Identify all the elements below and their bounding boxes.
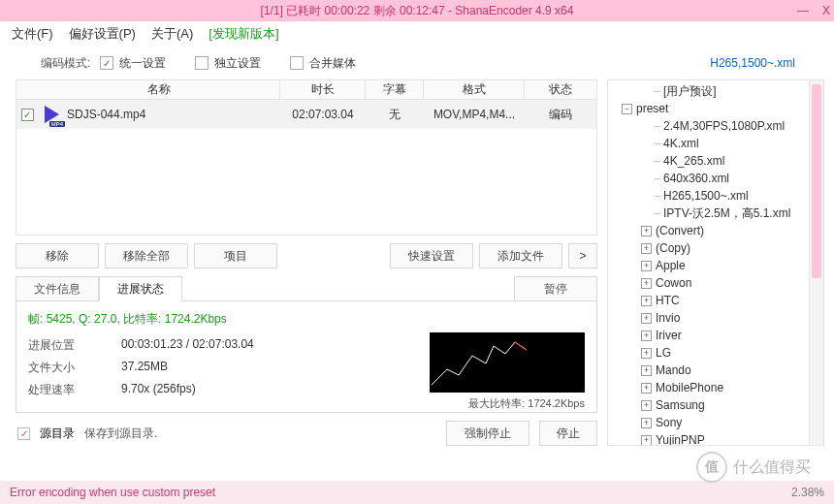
- expand-icon[interactable]: +: [641, 331, 652, 341]
- expand-icon[interactable]: +: [641, 418, 652, 428]
- preset-tree[interactable]: ┈[用户预设] −preset ┈2.4M,30FPS,1080P.xml┈4K…: [607, 79, 824, 446]
- status-msg: Error encoding when use custom preset: [10, 486, 215, 499]
- quick-set-button[interactable]: 快速设置: [390, 243, 473, 268]
- expand-icon[interactable]: +: [641, 400, 652, 411]
- tree-leaf[interactable]: ┈4K_265.xml: [608, 152, 823, 170]
- table-header: 名称 时长 字幕 格式 状态: [16, 79, 597, 100]
- row-checkbox[interactable]: ✓: [21, 109, 34, 121]
- tree-folder[interactable]: +LG: [608, 344, 823, 362]
- expand-icon[interactable]: +: [641, 226, 652, 236]
- tree-leaf[interactable]: ┈4K.xml: [608, 135, 823, 152]
- expand-icon[interactable]: +: [641, 348, 652, 359]
- close-button[interactable]: X: [822, 4, 830, 17]
- tree-leaf[interactable]: ┈2.4M,30FPS,1080P.xml: [608, 117, 823, 135]
- remove-all-button[interactable]: 移除全部: [105, 243, 188, 268]
- expand-icon[interactable]: +: [641, 296, 652, 306]
- menu-update[interactable]: [发现新版本]: [208, 25, 278, 43]
- progress-stats: 帧: 5425, Q: 27.0, 比特率: 1724.2Kbps: [28, 311, 585, 328]
- tree-folder[interactable]: +YujinPNP: [608, 431, 823, 446]
- encode-mode-label: 编码模式:: [41, 55, 90, 72]
- save-dir-text[interactable]: 保存到源目录.: [84, 425, 157, 442]
- tree-folder[interactable]: +Sony: [608, 414, 823, 431]
- expand-icon[interactable]: +: [641, 261, 652, 271]
- tree-leaf[interactable]: ┈IPTV-沃2.5M，高5.1.xml: [608, 205, 823, 222]
- table-body: ✓ MP4 SDJS-044.mp4 02:07:03.04 无 MOV,MP4…: [16, 100, 597, 236]
- menu-file[interactable]: 文件(F): [12, 25, 53, 43]
- tree-folder[interactable]: +Cowon: [608, 274, 823, 292]
- tree-folder[interactable]: +HTC: [608, 292, 823, 309]
- progress-panel: 帧: 5425, Q: 27.0, 比特率: 1724.2Kbps 进展位置00…: [16, 300, 597, 413]
- tree-folder[interactable]: +(Convert): [608, 222, 823, 239]
- bitrate-graph: [430, 332, 585, 393]
- table-row[interactable]: ✓ MP4 SDJS-044.mp4 02:07:03.04 无 MOV,MP4…: [16, 100, 596, 129]
- expand-icon[interactable]: +: [641, 313, 652, 324]
- tree-folder[interactable]: +Iriver: [608, 327, 823, 344]
- remove-button[interactable]: 移除: [16, 243, 99, 268]
- status-bar: Error encoding when use custom preset 2.…: [0, 481, 834, 504]
- stop-button[interactable]: 停止: [539, 421, 597, 446]
- opt-independent[interactable]: 独立设置: [195, 55, 261, 72]
- tree-folder[interactable]: +Apple: [608, 257, 823, 274]
- expand-icon[interactable]: +: [641, 243, 652, 254]
- add-file-button[interactable]: 添加文件: [479, 243, 562, 268]
- tree-scrollbar[interactable]: [809, 80, 823, 445]
- status-pct: 2.38%: [791, 486, 824, 499]
- tree-leaf[interactable]: ┈640x360.xml: [608, 170, 823, 187]
- tree-folder[interactable]: +MobilePhone: [608, 379, 823, 396]
- file-icon: MP4: [40, 104, 63, 125]
- src-dir-label: 源目录: [40, 425, 75, 442]
- tree-folder[interactable]: +Mando: [608, 362, 823, 379]
- tab-progress[interactable]: 进展状态: [99, 276, 182, 301]
- max-bitrate: 最大比特率: 1724.2Kbps: [468, 396, 585, 411]
- minimize-button[interactable]: —: [797, 4, 809, 17]
- preset-link[interactable]: H265,1500~.xml: [710, 56, 795, 70]
- expand-icon[interactable]: +: [641, 365, 652, 376]
- force-stop-button[interactable]: 强制停止: [446, 421, 529, 446]
- opt-unified[interactable]: ✓统一设置: [100, 55, 166, 72]
- expand-icon[interactable]: +: [641, 383, 652, 394]
- collapse-icon[interactable]: −: [622, 104, 632, 114]
- tab-file-info[interactable]: 文件信息: [16, 276, 99, 301]
- pause-button[interactable]: 暂停: [514, 276, 597, 301]
- menu-prefs[interactable]: 偏好设置(P): [69, 25, 136, 43]
- tree-folder[interactable]: +Invio: [608, 309, 823, 327]
- expand-icon[interactable]: +: [641, 435, 652, 446]
- title-text: [1/1] 已耗时 00:00:22 剩余 00:12:47 - ShanaEn…: [0, 3, 834, 19]
- tree-folder[interactable]: +(Copy): [608, 239, 823, 257]
- opt-merge[interactable]: 合并媒体: [290, 55, 356, 72]
- src-dir-checkbox[interactable]: ✓: [17, 427, 30, 440]
- menu-about[interactable]: 关于(A): [151, 25, 193, 43]
- tree-leaf[interactable]: ┈H265,1500~.xml: [608, 187, 823, 205]
- more-button[interactable]: >: [568, 243, 597, 268]
- tree-folder[interactable]: +Samsung: [608, 396, 823, 414]
- watermark: 值 什么值得买: [696, 452, 811, 483]
- expand-icon[interactable]: +: [641, 278, 652, 289]
- item-button[interactable]: 项目: [194, 243, 277, 268]
